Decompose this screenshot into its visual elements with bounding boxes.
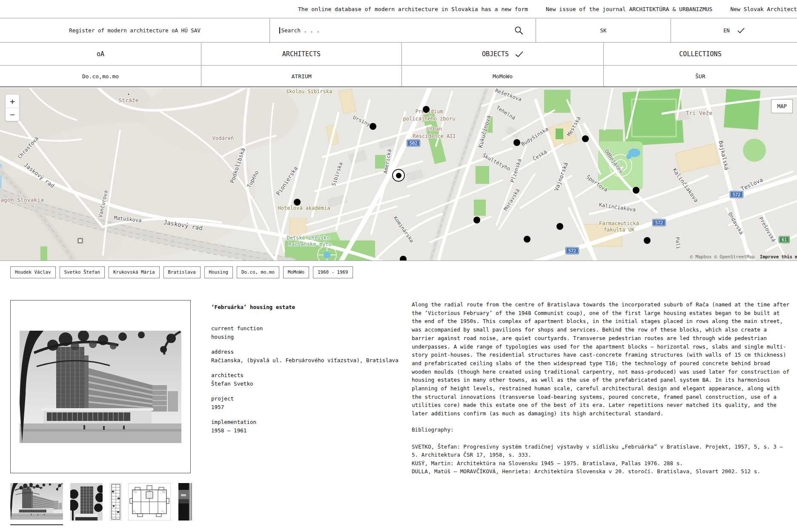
field-value: 1957 <box>211 403 398 412</box>
filter-tag[interactable]: Krukovská Mária <box>109 266 160 278</box>
news-ticker-item[interactable]: New Slovak Architecture <box>730 6 797 12</box>
road-shield: 572 <box>653 220 665 226</box>
bibliography-entry: DULLA, Matúš – MORAVČÍKOVÁ, Henrieta: Ar… <box>412 467 792 475</box>
tab-atrium[interactable]: ATRIUM <box>201 66 401 86</box>
primary-nav: oA ARCHITECTS OBJECTS COLLECTIONS <box>0 43 797 66</box>
road-shield: 572 <box>566 248 579 254</box>
field-label: address <box>211 348 398 356</box>
search-icon[interactable] <box>514 26 524 35</box>
tab-label: COLLECTIONS <box>679 50 721 58</box>
tab-label: ATRIUM <box>292 73 312 80</box>
map-marker-selected[interactable] <box>392 169 405 182</box>
map-zoom-out-button[interactable]: − <box>6 108 19 121</box>
map-marker[interactable] <box>473 217 480 223</box>
tab-docomomo[interactable]: Do.co,mo.mo <box>0 66 201 86</box>
object-info: ‘Februárka’ housing estate current funct… <box>211 303 398 441</box>
field-label: project <box>211 395 398 403</box>
news-ticker-items: The online database of modern architectu… <box>298 0 797 18</box>
tab-label: MoMoWo <box>493 73 513 80</box>
thumbnail-photo-3[interactable] <box>178 483 192 521</box>
improve-map-link[interactable]: Improve this map <box>760 254 797 259</box>
map[interactable]: ▲StrážeChrasťováJaskový radMatúškovaJask… <box>0 88 797 261</box>
map-label: fakulta UK <box>604 227 634 233</box>
map-label: školou Sibírska <box>286 89 332 94</box>
map-marker[interactable] <box>633 187 639 194</box>
filter-tag[interactable]: Do.co, mo.mo <box>237 266 279 278</box>
lang-sk-button[interactable]: SK <box>536 19 671 42</box>
road-shield: 572 <box>730 192 743 198</box>
filter-tag[interactable]: Houdek Václav <box>10 266 56 278</box>
map-label: policajného zboru <box>403 116 456 122</box>
map-marker[interactable] <box>644 237 651 244</box>
map-marker[interactable] <box>582 135 589 142</box>
tab-label: ŠUR <box>695 73 705 80</box>
attribution-text[interactable]: © Mapbox © OpenStreetMap <box>690 254 755 259</box>
map-marker[interactable] <box>294 199 301 206</box>
filter-tag[interactable]: 1960 - 1969 <box>313 266 353 278</box>
thumbnail-scroll-indicator[interactable] <box>10 524 63 525</box>
filter-tag[interactable]: Svetko Štefan <box>60 266 105 278</box>
map-mode-button[interactable]: MAP <box>771 99 793 113</box>
tab-momowo[interactable]: MoMoWo <box>401 66 603 86</box>
map-marker[interactable] <box>400 256 407 261</box>
news-ticker: The online database of modern architectu… <box>0 0 797 18</box>
search-input[interactable]: Search . . . <box>281 27 320 34</box>
tab-oa[interactable]: oA <box>0 43 201 65</box>
field-label: current function <box>211 324 398 333</box>
filter-tag[interactable]: MoMoWo <box>283 266 309 278</box>
map-label: Urban <box>427 126 442 132</box>
map-zoom-in-button[interactable]: + <box>6 94 19 108</box>
checkmark-icon <box>515 51 523 57</box>
map-marker[interactable] <box>423 106 430 113</box>
site-title[interactable]: Register of modern architecture oA HÚ SA… <box>0 19 269 42</box>
object-title: ‘Februárka’ housing estate <box>211 303 398 312</box>
text-caret <box>279 27 280 34</box>
lang-en-button[interactable]: EN <box>671 19 797 42</box>
filter-tag[interactable]: Housing <box>204 266 233 278</box>
thumbnail-floorplan-1[interactable] <box>110 483 122 521</box>
thumbnail-floorplan-2[interactable] <box>128 483 171 521</box>
page: The online database of modern architectu… <box>0 0 797 532</box>
bibliography-heading: Bibliography: <box>412 426 454 433</box>
map-zoom-control: + − <box>5 94 20 121</box>
map-label: Račianske mýto <box>288 241 331 247</box>
map-label: Detské ihrisko <box>287 235 330 241</box>
railway-station-icon <box>77 238 83 243</box>
tab-architects[interactable]: ARCHITECTS <box>201 43 401 65</box>
map-label: Hotelová akadémia <box>278 205 330 211</box>
map-label: Vodáreň <box>212 135 234 141</box>
peak-icon: ▲ <box>127 92 129 96</box>
tab-objects[interactable]: OBJECTS <box>401 43 603 65</box>
map-label: Rescidence AII <box>413 133 456 139</box>
search-field[interactable]: Search . . . <box>269 19 536 42</box>
object-main-photo[interactable] <box>10 300 191 473</box>
map-label: agon Slovakia <box>0 197 44 203</box>
field-value[interactable]: Štefan Svetko <box>211 380 398 388</box>
bibliography-entry: SVETKO, Štefan: Progresívny systém tradi… <box>412 443 792 459</box>
tab-collections[interactable]: COLLECTIONS <box>603 43 797 65</box>
thumbnail-photo-1[interactable] <box>10 483 63 520</box>
tab-label: ARCHITECTS <box>282 50 321 58</box>
map-marker[interactable] <box>513 139 520 146</box>
map-label: Stráže <box>119 97 139 103</box>
tab-sur[interactable]: ŠUR <box>603 66 797 86</box>
news-ticker-item[interactable]: The online database of modern architectu… <box>298 6 528 12</box>
bibliography-list: SVETKO, Štefan: Progresívny systém tradi… <box>412 443 792 476</box>
header: Register of modern architecture oA HÚ SA… <box>0 19 797 43</box>
map-marker[interactable] <box>556 223 563 230</box>
field-value: housing <box>211 333 398 341</box>
map-marker[interactable] <box>370 123 376 130</box>
map-marker[interactable] <box>524 236 530 243</box>
housing-estate-photo <box>20 331 181 443</box>
secondary-nav: Do.co,mo.mo ATRIUM MoMoWo ŠUR <box>0 66 797 87</box>
road-shield: 61 <box>779 237 789 243</box>
news-ticker-item[interactable]: New issue of the journal ARCHITEKTÚRA & … <box>546 6 712 12</box>
tab-label: oA <box>97 50 104 58</box>
map-label: Farmaceutická <box>599 220 639 226</box>
map-label: Pali <box>674 237 681 249</box>
thumbnail-photo-2[interactable] <box>70 483 103 521</box>
tab-label: Do.co,mo.mo <box>82 73 119 80</box>
field-label: implementation <box>211 418 398 426</box>
filter-tag[interactable]: Bratislava <box>163 266 201 278</box>
tab-label: OBJECTS <box>482 50 509 58</box>
